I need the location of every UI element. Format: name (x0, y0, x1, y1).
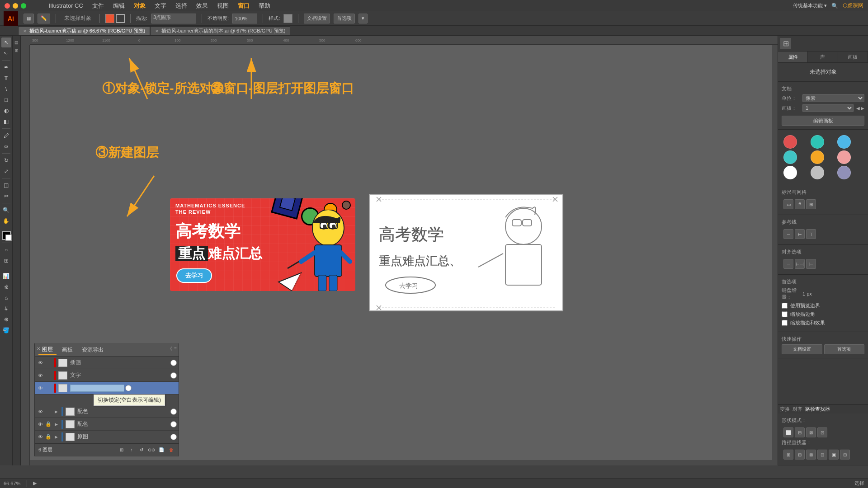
menu-select[interactable]: 选择 (175, 2, 187, 10)
align-center-h[interactable]: ⊢⊣ (795, 259, 805, 269)
outline-btn[interactable]: ▣ (829, 450, 839, 460)
drawing-mode[interactable]: ○ (1, 245, 11, 255)
menu-window[interactable]: 窗口 (238, 2, 250, 10)
hand-tool[interactable]: ✋ (1, 216, 11, 226)
layer-item-peise2[interactable]: 👁 🔒 ▶ 配色 (35, 418, 179, 431)
quick-preferences-btn[interactable]: 首选项 (824, 344, 865, 354)
status-play-btn[interactable]: ▶ (33, 480, 37, 486)
layer-item-yuantu[interactable]: 👁 🔒 ▶ 原图 (35, 431, 179, 443)
preferences-btn[interactable]: 首选项 (334, 14, 355, 23)
align-right[interactable]: ⊢ (806, 259, 816, 269)
guide-btn3[interactable]: ⊤ (806, 229, 816, 239)
layer-vis-peise2[interactable] (170, 421, 177, 427)
close-button[interactable] (5, 3, 10, 9)
menu-text[interactable]: 文字 (155, 2, 166, 10)
tab-1[interactable]: ✕ 插边风-banner演示稿.ai @ 66.67% (RGB/GPU 预览) (18, 26, 150, 35)
right-tab-artboard[interactable]: 画板 (838, 52, 868, 62)
ruler-btn[interactable]: ▭ (783, 199, 793, 209)
layer-item-chuhua[interactable]: 👁 插画 (35, 357, 179, 369)
layer-eye-yuantu[interactable]: 👁 (37, 433, 44, 441)
new-layer[interactable]: 📄 (158, 446, 165, 454)
symbol-tool[interactable]: ※ (1, 282, 11, 292)
opacity-input[interactable]: 100% (232, 14, 257, 23)
live-paint[interactable]: 🪣 (1, 325, 11, 335)
swatch-cyan[interactable] (783, 150, 797, 164)
doc-settings-btn[interactable]: 文档设置 (304, 14, 330, 23)
swatch-purple-gray[interactable] (837, 166, 851, 179)
layer-expand-peise2[interactable]: ▶ (53, 421, 59, 427)
assets-icon[interactable]: ⊞ (14, 47, 20, 54)
layer-eye-editing[interactable]: 👁 (37, 385, 44, 392)
layer-vis-chuhua[interactable] (170, 360, 177, 366)
gradient-tool[interactable]: ◧ (1, 117, 11, 127)
scale-tool[interactable]: ⤢ (1, 166, 11, 176)
panel-close-btn[interactable]: ✕ (37, 344, 40, 352)
quick-doc-settings-btn[interactable]: 文档设置 (782, 344, 822, 354)
minimize-button[interactable] (13, 3, 18, 9)
tab-2[interactable]: ✕ 插边风-banner演示稿的副本.ai @ 67% (RGB/GPU 预览) (150, 26, 290, 35)
right-tab-properties[interactable]: 属性 (778, 52, 808, 62)
delete-layer[interactable]: 🗑 (168, 446, 175, 454)
layer-eye-chuhua[interactable]: 👁 (37, 359, 44, 366)
align-tab[interactable]: 对齐 (793, 406, 802, 413)
line-tool[interactable]: \ (1, 84, 11, 94)
layer-expand-peise1[interactable]: ▶ (53, 408, 59, 415)
layers-tab-artboards[interactable]: 画板 (58, 345, 76, 355)
banner-cta-btn[interactable]: 去学习 (176, 268, 212, 283)
layers-tab-export[interactable]: 资源导出 (78, 345, 107, 355)
menu-help[interactable]: 帮助 (259, 2, 270, 10)
menu-edit[interactable]: 编辑 (113, 2, 125, 10)
menu-file[interactable]: 文件 (92, 2, 104, 10)
right-tab-library[interactable]: 库 (808, 52, 838, 62)
select-tool[interactable]: ↖ (1, 38, 11, 47)
workspace-selector[interactable]: 传统基本功能 ▾ (793, 2, 827, 9)
eyedropper-tool[interactable]: 🖊 (1, 131, 11, 141)
close-icon-tab2[interactable]: ✕ (155, 29, 159, 33)
style-swatch[interactable] (283, 14, 292, 23)
exclude-btn[interactable]: ⊡ (817, 427, 827, 437)
paint-tool[interactable]: ◐ (1, 106, 11, 116)
stroke-select[interactable]: 3点圆形 (151, 14, 196, 23)
stroke-color[interactable] (116, 14, 125, 23)
blend-tool[interactable]: ∞ (1, 141, 11, 151)
layer-eye-peise1[interactable]: 👁 (37, 408, 44, 415)
new-layer-from-selection[interactable]: ⊞ (118, 446, 125, 454)
menu-view[interactable]: 视图 (217, 2, 229, 10)
menu-object[interactable]: 对象 (134, 2, 146, 10)
zoom-tool[interactable]: 🔍 (1, 205, 11, 215)
search-icon[interactable]: 🔍 (831, 3, 838, 9)
merge-btn[interactable]: ⊠ (806, 450, 816, 460)
make-clipping-mask[interactable]: ↺ (138, 446, 145, 454)
close-icon-tab1[interactable]: ✕ (23, 29, 27, 33)
layer-vis-peise1[interactable] (170, 408, 177, 415)
guide-btn2[interactable]: ⊢ (795, 229, 805, 239)
panel-collapse-btn[interactable]: 《 (168, 346, 172, 352)
effects-checkbox[interactable] (782, 320, 788, 326)
transform-tab[interactable]: 变换 (780, 406, 790, 413)
rect-tool[interactable]: □ (1, 95, 11, 105)
swatch-gray[interactable] (811, 166, 824, 179)
template-select[interactable]: 1 (802, 104, 854, 112)
more-options-btn[interactable]: ▾ (359, 14, 368, 23)
shape-builder[interactable]: ⊕ (1, 314, 11, 324)
panel-menu-btn[interactable]: ≡ (174, 346, 177, 352)
layers-tab-layers[interactable]: 图层 (38, 345, 57, 355)
zoom-level[interactable]: 66.67% (4, 481, 20, 486)
layers-icon[interactable]: ▤ (14, 39, 20, 46)
swatch-white[interactable] (783, 166, 797, 179)
layer-lock-icon-yuantu[interactable]: 🔒 (45, 433, 52, 441)
fill-color[interactable] (105, 14, 114, 23)
properties-icon[interactable]: ⊞ (780, 38, 791, 49)
edit-template-btn[interactable]: 编辑画板 (782, 116, 864, 126)
guide-btn1[interactable]: ⊣ (783, 229, 793, 239)
divide-btn[interactable]: ⊞ (783, 450, 793, 460)
mesh-tool[interactable]: # (1, 304, 11, 314)
layer-eye-wenzi[interactable]: 👁 (37, 372, 44, 379)
scissors-tool[interactable]: ✂ (1, 191, 11, 201)
type-tool[interactable]: T (1, 73, 11, 83)
layer-name-input-editing[interactable] (70, 385, 124, 392)
direct-select-tool[interactable]: ↖· (1, 48, 11, 58)
intersect-btn[interactable]: ⊠ (806, 427, 816, 437)
new-sublayer[interactable]: ⊙⊙ (148, 446, 155, 454)
menu-app-name[interactable]: Illustrator CC (49, 2, 83, 9)
